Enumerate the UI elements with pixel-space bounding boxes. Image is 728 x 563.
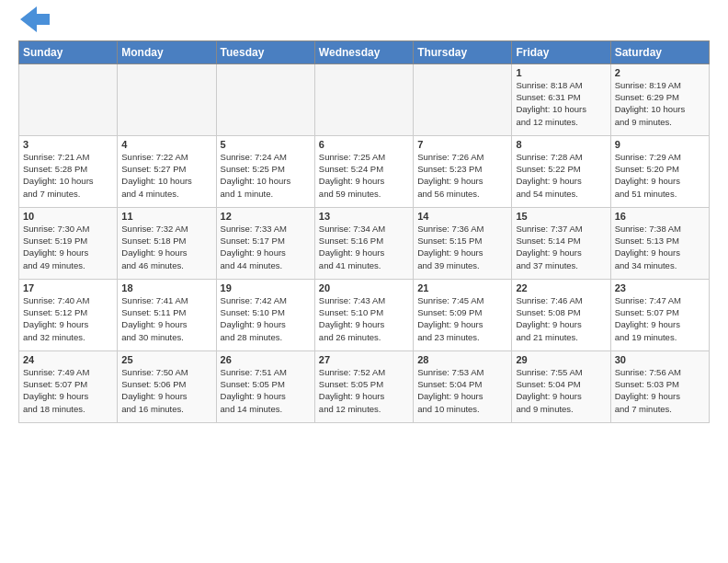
day-info: Sunrise: 7:49 AM Sunset: 5:07 PM Dayligh… [23,366,113,415]
calendar-cell: 27Sunrise: 7:52 AM Sunset: 5:05 PM Dayli… [314,350,413,422]
day-number: 22 [516,282,606,293]
day-number: 11 [121,211,211,222]
calendar-weekday-sunday: Sunday [19,40,118,63]
day-number: 12 [221,211,311,222]
day-info: Sunrise: 7:46 AM Sunset: 5:08 PM Dayligh… [516,294,606,343]
day-number: 1 [516,67,606,78]
calendar-cell [118,63,216,135]
day-number: 9 [615,139,705,150]
day-info: Sunrise: 7:53 AM Sunset: 5:04 PM Dayligh… [417,366,507,415]
day-number: 16 [615,211,705,222]
calendar-cell: 7Sunrise: 7:26 AM Sunset: 5:23 PM Daylig… [414,135,512,207]
day-info: Sunrise: 7:41 AM Sunset: 5:11 PM Dayligh… [121,294,211,343]
day-info: Sunrise: 7:33 AM Sunset: 5:17 PM Dayligh… [221,223,311,271]
day-info: Sunrise: 7:37 AM Sunset: 5:14 PM Dayligh… [516,223,606,271]
day-number: 25 [121,354,211,365]
day-info: Sunrise: 7:34 AM Sunset: 5:16 PM Dayligh… [319,223,409,271]
calendar-week-row: 24Sunrise: 7:49 AM Sunset: 5:07 PM Dayli… [19,350,710,422]
calendar-cell: 12Sunrise: 7:33 AM Sunset: 5:17 PM Dayli… [216,207,314,279]
day-number: 29 [516,354,606,365]
day-info: Sunrise: 7:22 AM Sunset: 5:27 PM Dayligh… [121,151,211,200]
day-number: 19 [221,282,311,293]
calendar-cell: 20Sunrise: 7:43 AM Sunset: 5:10 PM Dayli… [314,279,413,350]
day-number: 6 [319,139,409,150]
day-number: 17 [23,282,113,293]
day-number: 27 [319,354,409,365]
calendar-cell: 2Sunrise: 8:19 AM Sunset: 6:29 PM Daylig… [610,63,709,135]
calendar-cell [19,63,118,135]
day-number: 28 [417,354,507,365]
calendar-header-row: SundayMondayTuesdayWednesdayThursdayFrid… [19,40,710,63]
day-info: Sunrise: 7:38 AM Sunset: 5:13 PM Dayligh… [615,223,705,271]
day-number: 13 [319,211,409,222]
day-info: Sunrise: 7:30 AM Sunset: 5:19 PM Dayligh… [23,223,113,271]
day-info: Sunrise: 7:24 AM Sunset: 5:25 PM Dayligh… [221,151,311,200]
calendar-cell: 30Sunrise: 7:56 AM Sunset: 5:03 PM Dayli… [610,350,709,422]
calendar-cell: 25Sunrise: 7:50 AM Sunset: 5:06 PM Dayli… [118,350,216,422]
calendar-cell: 13Sunrise: 7:34 AM Sunset: 5:16 PM Dayli… [314,207,413,279]
calendar-weekday-thursday: Thursday [414,40,512,63]
day-info: Sunrise: 7:47 AM Sunset: 5:07 PM Dayligh… [615,294,705,343]
day-info: Sunrise: 7:26 AM Sunset: 5:23 PM Dayligh… [417,151,507,200]
page: SundayMondayTuesdayWednesdayThursdayFrid… [0,0,728,432]
day-number: 14 [417,211,507,222]
day-number: 26 [221,354,311,365]
calendar-cell: 4Sunrise: 7:22 AM Sunset: 5:27 PM Daylig… [118,135,216,207]
day-number: 21 [417,282,507,293]
day-number: 4 [121,139,211,150]
calendar-cell: 28Sunrise: 7:53 AM Sunset: 5:04 PM Dayli… [414,350,512,422]
svg-marker-0 [20,6,50,32]
calendar-weekday-saturday: Saturday [610,40,709,63]
header-area [18,15,710,33]
calendar-weekday-tuesday: Tuesday [216,40,314,63]
calendar-cell: 16Sunrise: 7:38 AM Sunset: 5:13 PM Dayli… [610,207,709,279]
calendar-week-row: 10Sunrise: 7:30 AM Sunset: 5:19 PM Dayli… [19,207,710,279]
logo-arrow-icon [20,6,50,32]
day-number: 5 [221,139,311,150]
calendar-weekday-wednesday: Wednesday [314,40,413,63]
day-number: 23 [615,282,705,293]
day-number: 8 [516,139,606,150]
calendar-cell: 15Sunrise: 7:37 AM Sunset: 5:14 PM Dayli… [512,207,610,279]
logo [18,15,50,33]
day-info: Sunrise: 7:42 AM Sunset: 5:10 PM Dayligh… [221,294,311,343]
calendar-cell: 17Sunrise: 7:40 AM Sunset: 5:12 PM Dayli… [19,279,118,350]
calendar-cell [414,63,512,135]
day-number: 20 [319,282,409,293]
day-number: 30 [615,354,705,365]
calendar-weekday-friday: Friday [512,40,610,63]
calendar-cell: 19Sunrise: 7:42 AM Sunset: 5:10 PM Dayli… [216,279,314,350]
day-info: Sunrise: 7:40 AM Sunset: 5:12 PM Dayligh… [23,294,113,343]
day-info: Sunrise: 7:45 AM Sunset: 5:09 PM Dayligh… [417,294,507,343]
day-info: Sunrise: 7:29 AM Sunset: 5:20 PM Dayligh… [615,151,705,200]
day-number: 18 [121,282,211,293]
calendar-cell: 10Sunrise: 7:30 AM Sunset: 5:19 PM Dayli… [19,207,118,279]
calendar-cell: 6Sunrise: 7:25 AM Sunset: 5:24 PM Daylig… [314,135,413,207]
calendar-cell [314,63,413,135]
day-number: 10 [23,211,113,222]
calendar-cell: 29Sunrise: 7:55 AM Sunset: 5:04 PM Dayli… [512,350,610,422]
day-number: 3 [23,139,113,150]
day-info: Sunrise: 7:51 AM Sunset: 5:05 PM Dayligh… [221,366,311,415]
day-info: Sunrise: 7:56 AM Sunset: 5:03 PM Dayligh… [615,366,705,415]
day-number: 15 [516,211,606,222]
day-info: Sunrise: 7:21 AM Sunset: 5:28 PM Dayligh… [23,151,113,200]
calendar-week-row: 1Sunrise: 8:18 AM Sunset: 6:31 PM Daylig… [19,63,710,135]
calendar-cell [216,63,314,135]
day-info: Sunrise: 7:25 AM Sunset: 5:24 PM Dayligh… [319,151,409,200]
calendar-table: SundayMondayTuesdayWednesdayThursdayFrid… [18,40,710,423]
calendar-cell: 22Sunrise: 7:46 AM Sunset: 5:08 PM Dayli… [512,279,610,350]
calendar-cell: 8Sunrise: 7:28 AM Sunset: 5:22 PM Daylig… [512,135,610,207]
day-info: Sunrise: 7:50 AM Sunset: 5:06 PM Dayligh… [121,366,211,415]
calendar-cell: 18Sunrise: 7:41 AM Sunset: 5:11 PM Dayli… [118,279,216,350]
calendar-cell: 11Sunrise: 7:32 AM Sunset: 5:18 PM Dayli… [118,207,216,279]
calendar-week-row: 3Sunrise: 7:21 AM Sunset: 5:28 PM Daylig… [19,135,710,207]
day-info: Sunrise: 8:19 AM Sunset: 6:29 PM Dayligh… [615,79,705,128]
day-number: 2 [615,67,705,78]
calendar-cell: 26Sunrise: 7:51 AM Sunset: 5:05 PM Dayli… [216,350,314,422]
day-info: Sunrise: 7:43 AM Sunset: 5:10 PM Dayligh… [319,294,409,343]
calendar-cell: 9Sunrise: 7:29 AM Sunset: 5:20 PM Daylig… [610,135,709,207]
calendar-week-row: 17Sunrise: 7:40 AM Sunset: 5:12 PM Dayli… [19,279,710,350]
day-number: 7 [417,139,507,150]
day-info: Sunrise: 7:36 AM Sunset: 5:15 PM Dayligh… [417,223,507,271]
